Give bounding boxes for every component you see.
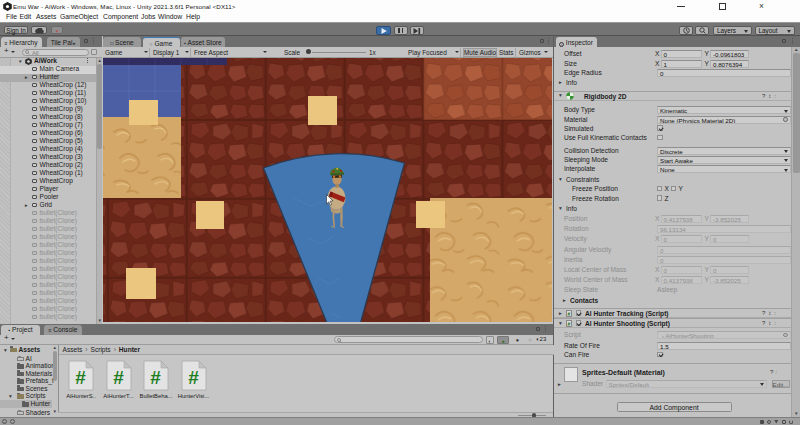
svg-text:#: # — [75, 367, 86, 388]
svg-text:#: # — [188, 367, 199, 388]
svg-text:#: # — [150, 367, 161, 388]
svg-text:#: # — [113, 367, 124, 388]
